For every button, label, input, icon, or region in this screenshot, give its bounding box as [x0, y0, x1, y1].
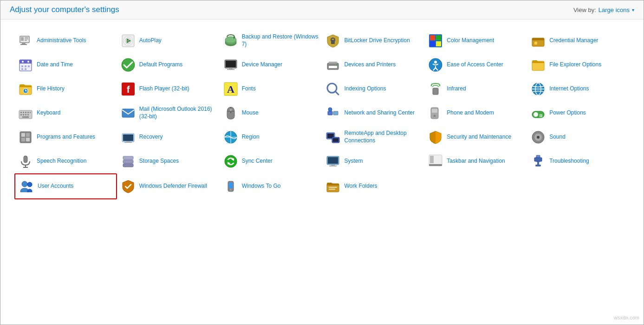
troubleshoot-label: Troubleshooting	[549, 158, 589, 165]
chevron-down-icon[interactable]: ▾	[632, 7, 634, 13]
item-storage[interactable]: Storage Spaces	[117, 149, 220, 173]
item-troubleshoot[interactable]: Troubleshooting	[527, 149, 630, 173]
item-ease-access[interactable]: Ease of Access Center	[424, 53, 527, 77]
item-file-history[interactable]: File History	[14, 77, 117, 101]
item-mail[interactable]: Mail (Microsoft Outlook 2016) (32-bit)	[117, 101, 220, 125]
fonts-icon: A	[223, 82, 238, 96]
item-device-manager[interactable]: Device Manager	[220, 53, 322, 77]
viewby-label: View by:	[573, 6, 596, 13]
item-system[interactable]: System	[322, 149, 424, 173]
svg-rect-95	[26, 138, 30, 141]
programs-features-icon	[18, 130, 33, 145]
item-network[interactable]: Network and Sharing Center	[322, 101, 424, 125]
item-power[interactable]: |||Power Options	[527, 101, 630, 125]
item-phone-modem[interactable]: Phone and Modem	[424, 101, 527, 125]
region-label: Region	[242, 134, 260, 141]
svg-rect-109	[24, 156, 27, 163]
svg-point-46	[336, 64, 338, 66]
svg-rect-40	[226, 61, 236, 67]
viewby-value[interactable]: Large icons	[598, 6, 630, 13]
ease-access-icon	[428, 57, 443, 72]
svg-point-48	[434, 61, 437, 64]
item-backup-restore[interactable]: Backup and Restore (Windows 7)	[220, 29, 322, 53]
svg-rect-37	[25, 68, 26, 70]
svg-point-11	[127, 40, 129, 42]
svg-rect-70	[30, 112, 31, 113]
item-datetime[interactable]: Date and Time	[14, 53, 117, 77]
svg-rect-35	[28, 65, 30, 67]
item-devices-printers[interactable]: Devices and Printers	[322, 53, 424, 77]
item-recovery[interactable]: Recovery	[117, 125, 220, 149]
item-windows-to-go[interactable]: Windows To Go	[220, 173, 322, 199]
item-remoteapp[interactable]: RemoteApp and Desktop Connections	[322, 125, 424, 149]
watermark: wsxdn.com	[614, 315, 639, 320]
item-fonts[interactable]: AFonts	[220, 77, 322, 101]
svg-rect-120	[329, 166, 337, 166]
sound-label: Sound	[549, 134, 566, 141]
item-region[interactable]: Region	[220, 125, 322, 149]
recovery-label: Recovery	[139, 134, 163, 141]
item-security[interactable]: Security and Maintenance	[424, 125, 527, 149]
item-indexing[interactable]: Indexing Options	[322, 77, 424, 101]
svg-rect-114	[123, 164, 133, 167]
autoplay-icon	[121, 33, 136, 48]
internet-icon	[531, 82, 546, 96]
svg-rect-112	[123, 156, 133, 159]
item-admin-tools[interactable]: Administrative Tools	[14, 29, 117, 53]
mail-label: Mail (Microsoft Outlook 2016) (32-bit)	[139, 106, 216, 120]
svg-rect-69	[27, 112, 29, 113]
svg-rect-20	[436, 35, 441, 40]
item-user-accounts[interactable]: User Accounts	[14, 173, 117, 199]
svg-line-60	[335, 91, 338, 95]
item-programs-features[interactable]: Programs and Features	[14, 125, 117, 149]
svg-rect-34	[25, 65, 26, 67]
item-mouse[interactable]: Mouse	[220, 101, 322, 125]
item-taskbar[interactable]: Taskbar and Navigation	[424, 149, 527, 173]
view-by-control: View by: Large icons ▾	[573, 6, 634, 13]
item-file-explorer[interactable]: File Explorer Options	[527, 53, 630, 77]
file-explorer-label: File Explorer Options	[549, 61, 601, 69]
windows-to-go-icon	[223, 179, 238, 194]
svg-point-25	[534, 41, 538, 45]
file-history-label: File History	[37, 85, 65, 93]
content-area: Administrative ToolsAutoPlayBackup and R…	[0, 19, 644, 325]
svg-rect-92	[21, 133, 25, 137]
item-default-programs[interactable]: Default Programs	[117, 53, 220, 77]
item-color-mgmt[interactable]: Color Management	[424, 29, 527, 53]
item-internet[interactable]: Internet Options	[527, 77, 630, 101]
devices-printers-label: Devices and Printers	[344, 61, 396, 69]
svg-point-129	[22, 181, 27, 187]
svg-rect-45	[329, 66, 337, 68]
svg-rect-136	[329, 189, 335, 190]
item-work-folders[interactable]: Work Folders	[322, 173, 424, 199]
network-label: Network and Sharing Center	[344, 109, 414, 117]
bitlocker-label: BitLocker Drive Encryption	[344, 37, 410, 45]
svg-rect-97	[123, 134, 133, 141]
system-icon	[325, 154, 340, 169]
svg-rect-4	[25, 40, 27, 41]
admin-tools-label: Administrative Tools	[37, 37, 86, 45]
svg-rect-21	[430, 41, 435, 46]
speech-icon	[18, 154, 33, 169]
item-infrared[interactable]: Infrared	[424, 77, 527, 101]
item-sync[interactable]: Sync Center	[220, 149, 322, 173]
svg-rect-24	[532, 38, 544, 40]
item-speech[interactable]: Speech Recognition	[14, 149, 117, 173]
svg-rect-44	[329, 62, 337, 64]
system-label: System	[344, 158, 363, 165]
item-credential[interactable]: Credential Manager	[527, 29, 630, 53]
item-sound[interactable]: Sound	[527, 125, 630, 149]
svg-rect-27	[537, 44, 540, 45]
indexing-label: Indexing Options	[344, 85, 386, 93]
item-bitlocker[interactable]: BitLocker Drive Encryption	[322, 29, 424, 53]
item-flash-player[interactable]: fFlash Player (32-bit)	[117, 77, 220, 101]
remoteapp-icon	[325, 130, 340, 145]
item-keyboard[interactable]: Keyboard	[14, 101, 117, 125]
svg-text:|||: |||	[540, 113, 543, 117]
svg-rect-99	[126, 141, 130, 142]
item-autoplay[interactable]: AutoPlay	[117, 29, 220, 53]
item-win-defender[interactable]: Windows Defender Firewall	[117, 173, 220, 199]
svg-rect-124	[430, 156, 434, 163]
sound-icon	[531, 130, 546, 145]
svg-rect-71	[20, 114, 22, 115]
